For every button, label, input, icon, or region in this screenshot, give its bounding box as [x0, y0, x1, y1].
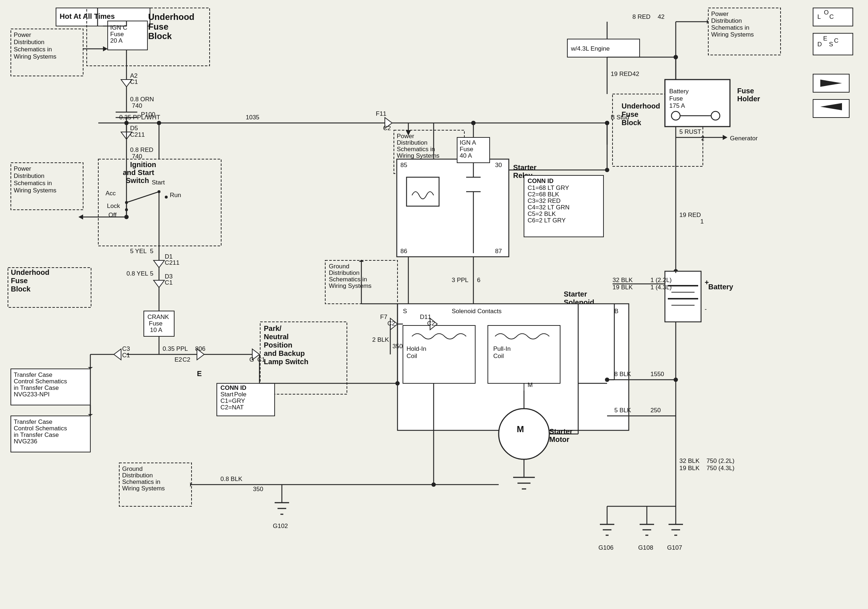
svg-text:Ground: Ground [122, 465, 143, 472]
svg-text:in Transfer Case: in Transfer Case [14, 384, 59, 391]
svg-text:86: 86 [400, 248, 407, 255]
svg-text:1: 1 [700, 218, 704, 225]
svg-text:5: 5 [150, 270, 153, 277]
svg-text:L: L [817, 13, 821, 20]
svg-text:NVG236: NVG236 [14, 438, 37, 445]
svg-text:Ground: Ground [329, 263, 349, 270]
svg-text:-: - [705, 306, 707, 312]
svg-point-348 [395, 381, 400, 385]
svg-text:Distribution: Distribution [329, 269, 360, 276]
svg-point-129 [124, 121, 129, 125]
svg-text:Power: Power [14, 165, 31, 172]
svg-text:Distribution: Distribution [711, 17, 742, 24]
diagram-container: Hot At All Times Power Distribution Sche… [0, 0, 868, 609]
svg-text:G102: G102 [273, 523, 288, 530]
svg-text:Control Schematics: Control Schematics [14, 378, 67, 385]
svg-point-334 [605, 168, 609, 172]
svg-text:Acc: Acc [105, 190, 116, 197]
svg-text:350: 350 [253, 486, 263, 492]
svg-text:Schematics in: Schematics in [397, 146, 435, 152]
svg-text:250: 250 [651, 407, 660, 414]
svg-text:Distribution: Distribution [397, 139, 428, 146]
svg-text:G106: G106 [598, 544, 614, 551]
svg-text:C211: C211 [130, 131, 145, 138]
svg-text:C2: C2 [427, 320, 435, 327]
svg-text:C3=32 RED: C3=32 RED [528, 197, 561, 204]
svg-text:0.8 YEL: 0.8 YEL [127, 270, 148, 277]
svg-text:Start: Start [152, 179, 165, 186]
svg-text:Run: Run [170, 192, 181, 199]
svg-text:E2: E2 [175, 356, 182, 363]
svg-text:C3: C3 [122, 345, 130, 352]
svg-text:2: 2 [701, 135, 704, 142]
svg-text:85: 85 [400, 162, 407, 169]
svg-text:740: 740 [132, 103, 142, 109]
svg-text:C211: C211 [165, 259, 180, 266]
svg-text:Start: Start [220, 391, 233, 398]
svg-text:Fuse: Fuse [669, 95, 683, 102]
svg-text:5 RUST: 5 RUST [679, 128, 701, 135]
svg-text:E: E [823, 35, 827, 42]
svg-text:Wiring Systems: Wiring Systems [14, 187, 56, 194]
svg-text:Battery: Battery [669, 88, 689, 95]
svg-text:C5=2 BLK: C5=2 BLK [528, 210, 556, 218]
svg-text:in Transfer Case: in Transfer Case [14, 432, 59, 438]
svg-text:Holder: Holder [737, 95, 760, 103]
svg-text:Coil: Coil [406, 353, 417, 359]
svg-text:CONN ID: CONN ID [220, 384, 246, 391]
svg-text:S: S [403, 308, 407, 315]
svg-text:C6=2 LT GRY: C6=2 LT GRY [528, 217, 566, 224]
svg-text:G108: G108 [638, 544, 653, 551]
svg-text:40 A: 40 A [460, 152, 472, 159]
svg-text:Control Schematics: Control Schematics [14, 425, 67, 432]
svg-point-333 [605, 121, 609, 125]
svg-text:F7: F7 [380, 314, 388, 320]
svg-text:0.35 PPL/WHT: 0.35 PPL/WHT [119, 114, 160, 121]
svg-text:F11: F11 [376, 110, 386, 117]
svg-text:G: G [250, 356, 254, 363]
svg-text:87: 87 [495, 248, 502, 255]
svg-text:Block: Block [148, 31, 172, 41]
svg-text:S: S [829, 41, 833, 48]
svg-text:C1: C1 [122, 352, 130, 359]
svg-text:Fuse: Fuse [460, 146, 473, 152]
hot-at-all-times-label: Hot At All Times [60, 12, 115, 20]
svg-text:Power: Power [397, 133, 414, 140]
svg-text:6: 6 [477, 277, 480, 284]
svg-text:O: O [824, 9, 829, 16]
svg-text:C4=32 LT GRN: C4=32 LT GRN [528, 204, 569, 211]
battery-label: Battery [708, 283, 733, 291]
svg-text:Fuse: Fuse [11, 277, 28, 284]
svg-point-253 [499, 409, 549, 459]
svg-text:D: D [817, 41, 822, 48]
svg-text:D5: D5 [130, 125, 138, 132]
svg-text:Fuse: Fuse [110, 31, 124, 37]
underhood-fuse-block-left: Underhood [11, 268, 50, 276]
svg-text:C: C [829, 13, 834, 20]
svg-rect-142 [397, 159, 509, 257]
svg-text:Fuse: Fuse [148, 22, 168, 31]
svg-text:w/4.3L Engine: w/4.3L Engine [570, 45, 610, 52]
svg-text:740: 740 [132, 153, 142, 160]
svg-text:C1=GRY: C1=GRY [220, 398, 245, 404]
svg-point-337 [605, 378, 609, 382]
svg-text:5 BLK: 5 BLK [614, 407, 631, 414]
svg-text:G107: G107 [667, 544, 682, 551]
svg-text:Pull-In: Pull-In [493, 345, 511, 352]
svg-text:Lamp Switch: Lamp Switch [264, 358, 308, 366]
svg-text:Wiring Systems: Wiring Systems [711, 31, 754, 38]
svg-text:Pole: Pole [234, 391, 246, 398]
svg-text:Motor: Motor [549, 435, 569, 443]
svg-text:1 (4.3L): 1 (4.3L) [651, 284, 672, 291]
svg-text:8 RED: 8 RED [632, 13, 651, 20]
svg-text:19 BLK: 19 BLK [679, 465, 700, 472]
starter-solenoid-label: Starter [564, 290, 587, 298]
svg-text:CONN ID: CONN ID [528, 177, 553, 185]
svg-text:C2: C2 [383, 125, 391, 132]
svg-text:Switch: Switch [126, 177, 149, 185]
svg-text:Block: Block [622, 119, 642, 127]
svg-text:Schematics in: Schematics in [14, 180, 52, 186]
svg-text:Wiring Systems: Wiring Systems [329, 283, 372, 289]
svg-text:0.35 PPL: 0.35 PPL [163, 345, 188, 352]
svg-text:32 BLK: 32 BLK [612, 277, 633, 284]
